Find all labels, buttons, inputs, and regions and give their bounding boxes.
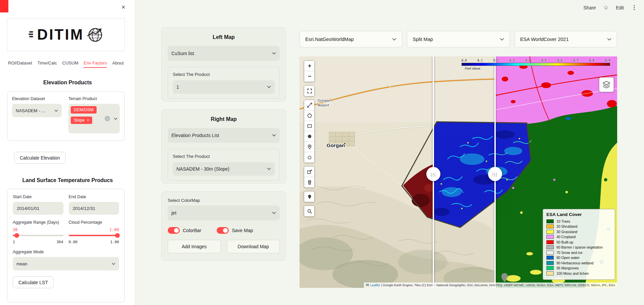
chevron-down-icon[interactable]: [114, 118, 117, 120]
aggregate-range-min: 1: [13, 240, 15, 244]
right-map-list-select[interactable]: Elevation Products List: [168, 128, 280, 143]
split-handle-2[interactable]: |||: [488, 167, 502, 181]
basemap-select[interactable]: Esri.NatGeoWorldMap: [300, 31, 402, 47]
right-map-list-value: Elevation Products List: [171, 133, 219, 138]
basemap-select-value: Esri.NatGeoWorldMap: [305, 37, 354, 42]
end-date-input[interactable]: 2014/12/31: [69, 202, 119, 215]
corner-accent: [0, 0, 8, 12]
chevron-down-icon: [267, 168, 271, 170]
tab-about[interactable]: About: [112, 60, 124, 68]
chip-slope-remove-icon[interactable]: ×: [87, 118, 89, 123]
map-attribution: Leaflet | Google Earth Engine, Tiles (C)…: [364, 282, 617, 288]
aggregate-range-slider-block: Aggregate Range (Days) 30 1 364: [13, 220, 63, 244]
chevron-down-icon: [272, 134, 276, 137]
airport-label-line2: Airport: [318, 103, 329, 107]
chevron-down-icon: [607, 38, 611, 41]
header-actions: Share ☆ Edit ⋮: [583, 4, 637, 11]
cloud-percentage-slider[interactable]: [69, 235, 119, 236]
multiselect-clear-icon[interactable]: ×: [105, 116, 110, 121]
legend-item: 20 Shrubland: [546, 224, 611, 228]
tab-roi-dataset[interactable]: ROI/Dataset: [8, 60, 32, 68]
chip-slope[interactable]: Slope×: [71, 117, 92, 124]
aggregate-range-max: 364: [57, 240, 63, 244]
terrain-product-multiselect[interactable]: DEM/DSM Slope× ×: [68, 104, 120, 133]
flag-icon: [366, 284, 369, 286]
logo-bars-icon: [28, 29, 35, 40]
tab-time-calc[interactable]: Time/Calc: [38, 60, 57, 68]
draw-rectangle-button[interactable]: [304, 121, 315, 131]
colormap-value: jet: [171, 210, 176, 216]
left-map-product-label: Select The Product: [173, 72, 275, 77]
start-date-input[interactable]: 2014/01/01: [13, 202, 63, 215]
marker-tool-button[interactable]: [304, 191, 315, 202]
chip-dem-dsm[interactable]: DEM/DSM: [71, 106, 97, 114]
cloud-percentage-min: 0.00: [69, 240, 78, 244]
download-map-button[interactable]: Download Map: [227, 240, 280, 253]
lst-panel: Start Date 2014/01/01 End Date 2014/12/3…: [7, 189, 125, 302]
legend-swatch: [546, 251, 554, 255]
left-map-card: Left Map CuSum list Select The Product 1: [161, 27, 286, 101]
aggregate-range-thumb[interactable]: [14, 233, 19, 238]
start-date-label: Start Date: [13, 194, 63, 199]
left-map-list-select[interactable]: CuSum list: [168, 46, 280, 61]
overlay-select-value: ESA WorldCover 2021: [520, 37, 569, 42]
cloud-percentage-thumb[interactable]: [115, 233, 120, 238]
zoom-out-button[interactable]: −: [304, 71, 315, 82]
sidebar-close-button[interactable]: ×: [121, 3, 125, 10]
sidebar-nav: ROI/Dataset Time/Calc CUSUM Env Factors …: [8, 60, 130, 68]
cloud-percentage-label: Cloud Percentage: [69, 220, 119, 225]
search-button[interactable]: [304, 206, 315, 216]
colorbar-toggle-track[interactable]: [168, 227, 180, 234]
aggregate-range-slider[interactable]: [13, 235, 63, 236]
elevation-dataset-select[interactable]: NASADEM - ...: [12, 104, 62, 117]
draw-marker-button[interactable]: [304, 142, 315, 152]
split-mode-select[interactable]: Split Map: [407, 31, 509, 47]
zoom-in-button[interactable]: +: [304, 61, 315, 71]
delete-layers-button[interactable]: [304, 177, 315, 187]
aggregate-mode-label: Aggregate Mode: [13, 250, 119, 254]
pixel-values-colorbar: 0.00.1 0.20.3 0.40.5 0.60.7 0.80.9 Pixel…: [462, 59, 610, 70]
legend-item: 100 Moss and lichen: [546, 271, 611, 275]
calculate-elevation-button[interactable]: Calculate Elevation: [14, 152, 66, 164]
star-icon[interactable]: ☆: [603, 4, 608, 11]
legend-swatch: [546, 230, 554, 234]
colorbar-toggle[interactable]: ColorBar: [168, 227, 201, 234]
leaflet-link[interactable]: Leaflet: [370, 283, 380, 287]
legend-swatch: [546, 245, 554, 249]
savemap-toggle-label: Save Map: [232, 228, 253, 233]
right-map-product-select[interactable]: NASADEM - 30m (Slope): [173, 162, 275, 176]
layers-control[interactable]: [599, 77, 614, 92]
overlay-select[interactable]: ESA WorldCover 2021: [515, 31, 617, 47]
tab-env-factors[interactable]: Env Factors: [84, 60, 107, 68]
tab-cusum[interactable]: CUSUM: [62, 60, 78, 68]
left-map-list-value: CuSum list: [171, 51, 194, 56]
colormap-select[interactable]: jet: [168, 206, 280, 220]
draw-polygon-button[interactable]: [304, 111, 315, 121]
legend-swatch: [546, 219, 554, 223]
draw-circlemarker-button[interactable]: [304, 152, 315, 163]
logo-globe-icon: [87, 26, 104, 43]
right-map-card: Right Map Elevation Products List Select…: [161, 109, 286, 183]
colorbar-toggle-label: ColorBar: [183, 228, 201, 233]
add-images-button[interactable]: Add Images: [168, 240, 221, 253]
calculate-lst-button[interactable]: Calculate LST: [13, 276, 54, 288]
aggregate-range-value: 30: [13, 227, 63, 232]
map-controls: + −: [304, 60, 315, 217]
left-map-product-select[interactable]: 1: [173, 80, 275, 94]
share-button[interactable]: Share: [583, 5, 596, 10]
map-canvas[interactable]: ✈: [300, 56, 617, 288]
draw-circle-button[interactable]: [304, 131, 315, 142]
more-menu-icon[interactable]: ⋮: [631, 4, 637, 11]
draw-polyline-button[interactable]: [304, 100, 315, 111]
fullscreen-button[interactable]: [304, 86, 315, 96]
lst-section-title: Land Surface Temperature Producs: [0, 177, 135, 183]
chevron-down-icon: [392, 38, 396, 41]
edit-layers-button[interactable]: [304, 167, 315, 177]
legend-swatch: [546, 224, 554, 228]
aggregate-range-label: Aggregate Range (Days): [13, 220, 63, 225]
savemap-toggle-track[interactable]: [217, 227, 229, 234]
edit-button[interactable]: Edit: [616, 5, 624, 10]
savemap-toggle[interactable]: Save Map: [217, 227, 253, 234]
aggregate-mode-select[interactable]: mean: [13, 257, 119, 270]
chevron-down-icon: [272, 52, 276, 55]
